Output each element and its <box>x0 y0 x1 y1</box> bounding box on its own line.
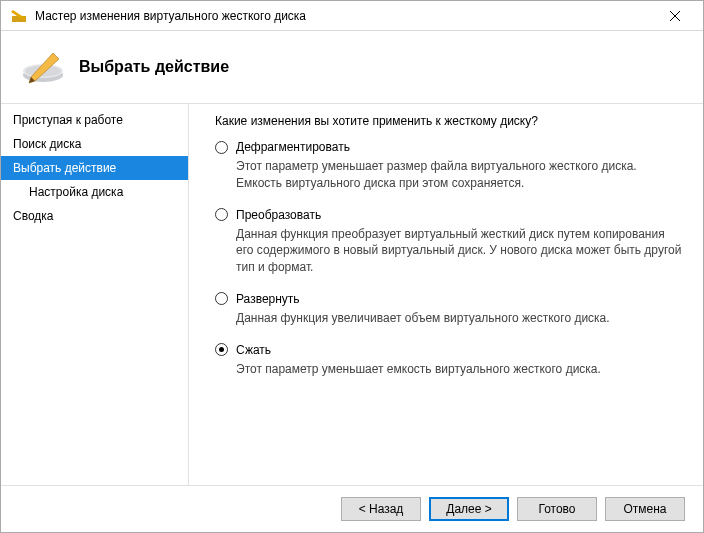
radio-shrink[interactable]: Сжать <box>215 343 683 357</box>
option-label: Сжать <box>236 343 271 357</box>
radio-expand[interactable]: Развернуть <box>215 292 683 306</box>
finish-button[interactable]: Готово <box>517 497 597 521</box>
content-area: Приступая к работе Поиск диска Выбрать д… <box>1 103 703 493</box>
radio-icon <box>215 208 228 221</box>
option-expand: Развернуть Данная функция увеличивает об… <box>215 292 683 327</box>
option-desc: Данная функция преобразует виртуальный ж… <box>236 226 683 276</box>
sidebar-item-getting-started[interactable]: Приступая к работе <box>1 108 188 132</box>
option-desc: Данная функция увеличивает объем виртуал… <box>236 310 683 327</box>
radio-icon <box>215 343 228 356</box>
cancel-button[interactable]: Отмена <box>605 497 685 521</box>
option-desc: Этот параметр уменьшает емкость виртуаль… <box>236 361 683 378</box>
window-title: Мастер изменения виртуального жесткого д… <box>35 9 655 23</box>
sidebar-item-configure-disk[interactable]: Настройка диска <box>1 180 188 204</box>
sidebar-item-summary[interactable]: Сводка <box>1 204 188 228</box>
option-label: Развернуть <box>236 292 300 306</box>
footer-buttons: < Назад Далее > Готово Отмена <box>1 485 703 532</box>
option-label: Дефрагментировать <box>236 140 350 154</box>
sidebar-item-choose-action[interactable]: Выбрать действие <box>1 156 188 180</box>
disk-pencil-icon <box>21 51 65 83</box>
option-convert: Преобразовать Данная функция преобразует… <box>215 208 683 276</box>
wizard-steps-sidebar: Приступая к работе Поиск диска Выбрать д… <box>1 104 189 493</box>
radio-icon <box>215 292 228 305</box>
option-label: Преобразовать <box>236 208 321 222</box>
option-shrink: Сжать Этот параметр уменьшает емкость ви… <box>215 343 683 378</box>
radio-defragment[interactable]: Дефрагментировать <box>215 140 683 154</box>
back-button[interactable]: < Назад <box>341 497 421 521</box>
sidebar-item-find-disk[interactable]: Поиск диска <box>1 132 188 156</box>
wizard-icon <box>11 8 27 24</box>
radio-convert[interactable]: Преобразовать <box>215 208 683 222</box>
close-icon <box>670 11 680 21</box>
close-button[interactable] <box>655 2 695 30</box>
radio-icon <box>215 141 228 154</box>
option-defragment: Дефрагментировать Этот параметр уменьшае… <box>215 140 683 192</box>
main-panel: Какие изменения вы хотите применить к же… <box>189 104 703 493</box>
option-desc: Этот параметр уменьшает размер файла вир… <box>236 158 683 192</box>
next-button[interactable]: Далее > <box>429 497 509 521</box>
wizard-header: Выбрать действие <box>1 31 703 103</box>
titlebar: Мастер изменения виртуального жесткого д… <box>1 1 703 31</box>
page-title: Выбрать действие <box>79 58 229 76</box>
prompt-text: Какие изменения вы хотите применить к же… <box>215 114 683 128</box>
